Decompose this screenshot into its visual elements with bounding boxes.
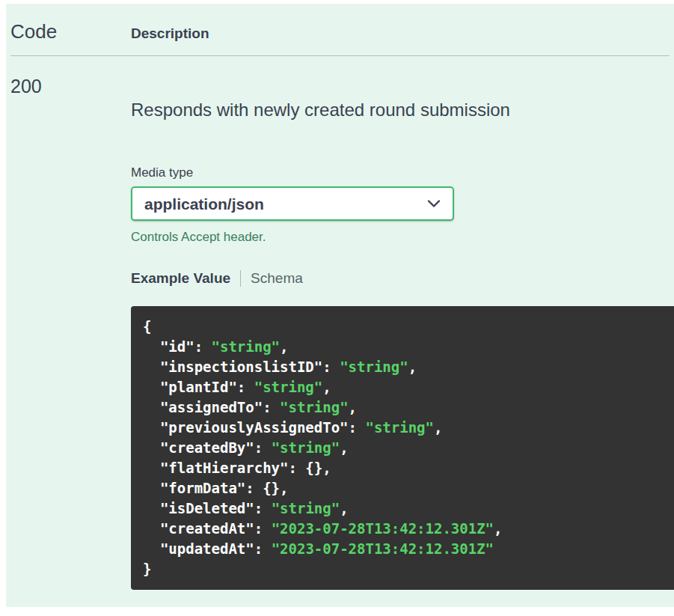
json-code-line: "assignedTo": "string", — [143, 397, 662, 418]
tab-schema[interactable]: Schema — [251, 270, 303, 287]
json-code-line: "plantId": "string", — [143, 377, 662, 397]
json-code-line: } — [143, 559, 662, 579]
response-code: 200 — [10, 76, 131, 97]
response-row: 200 Responds with newly created round su… — [6, 56, 674, 590]
accept-header-note: Controls Accept header. — [131, 230, 674, 245]
accept-note-accept: Accept — [181, 230, 220, 244]
tab-separator — [240, 270, 241, 287]
json-code-line: "id": "string", — [143, 337, 662, 357]
json-code-line: "inspectionslistID": "string", — [143, 357, 662, 377]
model-example-tabs: Example Value Schema — [131, 270, 674, 287]
tab-example-value[interactable]: Example Value — [131, 270, 230, 287]
media-type-select-wrapper: application/json — [131, 186, 454, 221]
json-code-line: "createdBy": "string", — [143, 438, 662, 458]
json-code-line: { — [143, 317, 662, 337]
json-code-line: "formData": {}, — [143, 478, 662, 498]
responses-table-header: Code Description — [10, 20, 674, 43]
json-code-line: "flatHierarchy": {}, — [143, 458, 662, 478]
json-code-line: "previouslyAssignedTo": "string", — [143, 418, 662, 438]
code-column-header: Code — [10, 20, 131, 43]
media-type-select[interactable]: application/json — [131, 186, 454, 221]
media-type-label: Media type — [131, 165, 674, 180]
description-column-header: Description — [131, 25, 674, 42]
json-code-line: "createdAt": "2023-07-28T13:42:12.301Z", — [143, 519, 662, 539]
json-example-code: { "id": "string", "inspectionslistID": "… — [131, 306, 674, 590]
json-code-line: "updatedAt": "2023-07-28T13:42:12.301Z" — [143, 539, 662, 559]
accept-note-suffix: header. — [220, 230, 266, 244]
response-panel: Code Description 200 Responds with newly… — [6, 4, 674, 607]
response-description: Responds with newly created round submis… — [131, 100, 674, 121]
json-code-line: "isDeleted": "string", — [143, 498, 662, 519]
accept-note-prefix: Controls — [131, 230, 181, 244]
